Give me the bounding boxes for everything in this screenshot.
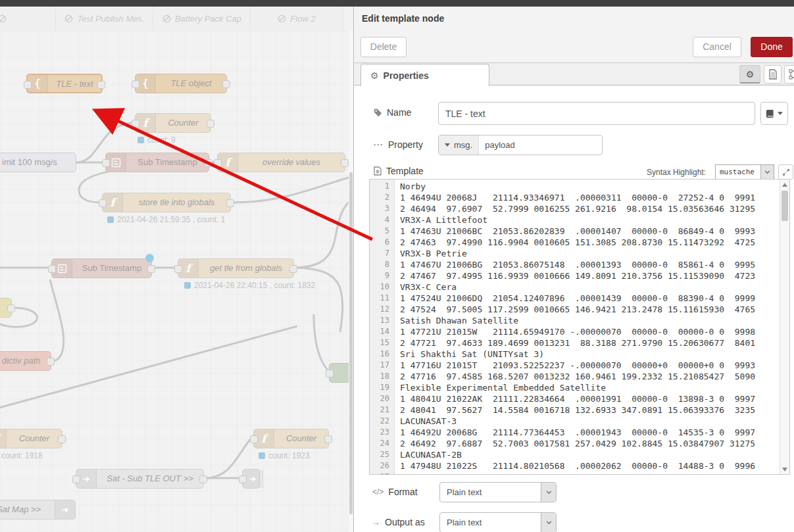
code-icon: </>	[372, 487, 384, 496]
canvas-scrollbar-thumb[interactable]	[349, 172, 353, 514]
line-number: 11	[370, 293, 394, 304]
editor-scrollbar[interactable]	[780, 180, 789, 474]
book-icon	[766, 109, 774, 118]
code-line: 1 47948U 21022S 21114.80210568 .00002062…	[400, 460, 780, 472]
editor-code[interactable]: Norby1 46494U 20068J 21114.93346971 .000…	[395, 180, 780, 475]
code-line: Sri Shakthi Sat (UNITYsat 3)	[400, 349, 780, 360]
code-line: 2 46492 97.6887 52.7003 0017581 257.0429…	[400, 438, 780, 449]
app-header-bar	[0, 0, 794, 7]
panel-header: Edit template node	[354, 7, 794, 31]
format-value: Plain text	[440, 487, 541, 497]
done-button[interactable]: Done	[751, 37, 793, 57]
appearance-icon	[789, 69, 794, 80]
node-appearance-button[interactable]	[784, 65, 794, 84]
document-icon	[768, 69, 778, 80]
line-number: 15	[370, 337, 394, 349]
code-line: 2 47721 97.4633 189.4699 0013231 88.3188…	[400, 337, 780, 349]
node-description-button[interactable]	[764, 65, 782, 84]
line-number: 5	[370, 226, 394, 237]
output-as-select[interactable]: Plain text	[439, 512, 557, 532]
expand-editor-button[interactable]	[778, 164, 793, 180]
editor-line-numbers: 1234567891011121314151617181920212223242…	[370, 180, 395, 474]
code-line: 2 47524 97.5005 117.2599 0010665 146.942…	[400, 304, 780, 315]
tab-properties-label: Properties	[384, 70, 429, 81]
template-icon	[374, 166, 382, 176]
code-line: Flexible Experimental Embedded Satellite	[400, 382, 780, 393]
chevron-down-icon	[778, 112, 783, 115]
line-number: 14	[370, 326, 394, 337]
code-line: 1 46494U 20068J 21114.93346971 .00000311…	[400, 192, 780, 203]
line-number: 6	[370, 237, 394, 248]
property-field-label: ··· Property	[374, 139, 423, 150]
expand-icon	[782, 168, 790, 176]
line-number: 7	[370, 248, 394, 259]
line-number: 3	[370, 203, 394, 214]
line-number: 24	[370, 438, 394, 449]
template-editor[interactable]: 1234567891011121314151617181920212223242…	[369, 179, 790, 475]
line-number: 16	[370, 349, 394, 360]
panel-tab-strip: ⚙ Properties ⚙	[354, 63, 794, 85]
edit-dialog-shade	[0, 7, 353, 532]
code-line: 2 47467 97.4995 116.9939 0010666 149.809…	[400, 270, 780, 281]
syntax-highlight-value: mustache	[716, 168, 760, 176]
line-number: 12	[370, 304, 394, 315]
property-type-selector[interactable]: msg.	[439, 135, 479, 155]
line-number: 13	[370, 315, 394, 326]
code-line: 1 47721U 21015W 21114.65949170 -.0000007…	[400, 326, 780, 337]
format-select[interactable]: Plain text	[439, 482, 557, 502]
code-line: 2 48041 97.5627 14.5584 0016718 132.6933…	[400, 404, 780, 416]
node-red-app: Test Publish Mes. Battery Pack Cap Flow …	[0, 0, 794, 532]
syntax-highlight-select[interactable]: mustache	[715, 164, 774, 180]
code-line: 1 47463U 21006BC 21053.86202839 .0000140…	[400, 226, 780, 237]
line-number: 25	[370, 449, 394, 460]
cancel-button[interactable]: Cancel	[693, 37, 741, 57]
code-line: 1 47524U 21006DQ 21054.12407896 .0000143…	[400, 293, 780, 304]
property-prefix: msg.	[454, 140, 472, 150]
code-line: VR3X-C Cera	[400, 281, 780, 293]
tag-icon	[374, 109, 382, 117]
line-number: 1	[370, 181, 394, 192]
panel-button-row: Delete Cancel Done	[354, 30, 794, 63]
line-number: 19	[370, 382, 394, 393]
code-line: 1 48041U 21022AK 21111.22834664 .0000199…	[400, 393, 780, 404]
gear-icon: ⚙	[746, 69, 755, 80]
flow-canvas[interactable]: Test Publish Mes. Battery Pack Cap Flow …	[0, 0, 353, 532]
property-typed-input[interactable]: msg. payload	[438, 135, 603, 155]
line-number: 22	[370, 416, 394, 427]
line-number: 10	[370, 281, 394, 293]
scroll-up-arrow[interactable]	[780, 180, 789, 189]
code-line: 2 47716 97.4585 168.5207 0013232 160.946…	[400, 371, 780, 382]
code-line: LACUNASAT-2B	[400, 449, 780, 460]
canvas-scrollbar[interactable]	[349, 31, 353, 532]
code-line: 2 46494 97.6907 52.7999 0016255 261.9216…	[400, 203, 780, 214]
delete-button[interactable]: Delete	[360, 37, 407, 57]
code-line: VR3X-A Littlefoot	[400, 214, 780, 226]
arrow-right-icon: →	[372, 518, 380, 527]
line-number: 9	[370, 270, 394, 281]
scroll-down-arrow[interactable]	[780, 464, 789, 474]
name-input[interactable]	[438, 102, 755, 125]
output-as-value: Plain text	[440, 518, 541, 527]
template-field-label: Template	[374, 166, 424, 176]
node-settings-button[interactable]: ⚙	[739, 65, 760, 84]
tab-properties[interactable]: ⚙ Properties	[360, 64, 489, 86]
gear-icon: ⚙	[370, 70, 379, 81]
code-line: 1 46492U 20068G 21114.77364453 .00001943…	[400, 427, 780, 438]
line-number: 27	[370, 472, 394, 475]
ellipsis-icon: ···	[374, 140, 384, 149]
output-as-field-label: → Output as	[372, 517, 425, 527]
library-button[interactable]	[760, 102, 788, 125]
line-number: 23	[370, 427, 394, 438]
code-line: 2 47463 97.4990 116.9904 0010605 151.308…	[400, 237, 780, 248]
code-line: VR3X-B Petrie	[400, 248, 780, 259]
line-number: 26	[370, 460, 394, 472]
chevron-down-icon	[541, 483, 556, 502]
editor-scrollbar-thumb[interactable]	[782, 191, 788, 221]
name-field-label: Name	[374, 107, 411, 118]
property-value[interactable]: payload	[479, 135, 515, 155]
code-line: LACUNASAT-3	[400, 416, 780, 427]
code-line: 1 47716U 21015T 21093.52252237 -.0000007…	[400, 360, 780, 371]
line-number: 2	[370, 192, 394, 203]
syntax-highlight-label: Syntax Highlight:	[647, 168, 706, 177]
line-number: 8	[370, 259, 394, 270]
